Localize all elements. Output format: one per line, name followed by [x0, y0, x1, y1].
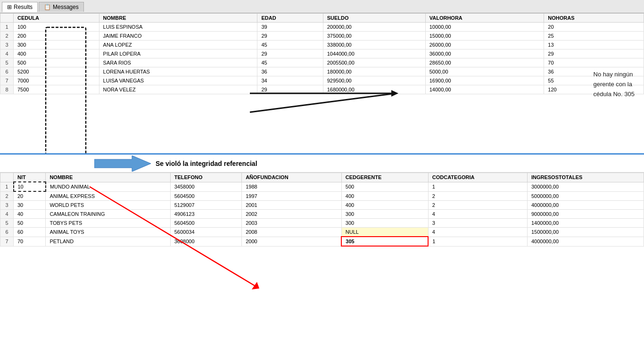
blue-arrow-icon — [94, 156, 151, 172]
row-num: 8 — [0, 85, 14, 94]
table-row: 110MUNDO ANIMAL3458000198850013000000,00 — [0, 182, 644, 191]
cell-cedgerente: 305 — [341, 237, 428, 246]
table-row: 220ANIMAL EXPRESS5604500199740025000000,… — [0, 191, 644, 201]
cell-cedgerente: 300 — [341, 219, 428, 228]
col-rownum-top — [0, 14, 14, 23]
note-text: No hay ningúngerente con lacédula No. 30… — [594, 71, 635, 98]
cell-sueldo: 929500,00 — [323, 76, 425, 85]
table-row: 3300ANA LOPEZ45338000,0026000,0013 — [0, 41, 644, 49]
cell-cedula: 7500 — [14, 85, 99, 94]
cell-telefono: 4906123 — [170, 210, 241, 219]
cell-telefono: 5604500 — [170, 219, 241, 228]
cell-cedgerente: 500 — [341, 182, 428, 191]
cell-codcategoria: 4 — [428, 228, 527, 237]
row-num: 6 — [0, 228, 14, 237]
cell-anofundacion: 2008 — [242, 228, 342, 237]
table-row: 660ANIMAL TOYS56000342008NULL41500000,00 — [0, 228, 644, 237]
col-sueldo: SUELDO — [323, 14, 425, 23]
cell-edad: 29 — [257, 49, 323, 58]
content-area: CEDULA NOMBRE EDAD SUELDO VALORHORA NOHO… — [0, 13, 644, 362]
cell-telefono: 5129007 — [170, 201, 241, 210]
cell-cedgerente: NULL — [341, 228, 428, 237]
row-num: 3 — [0, 41, 14, 49]
cell-nombre: PETLAND — [46, 237, 170, 246]
cell-nombre: JAIME FRANCO — [99, 32, 257, 41]
cell-nohoras: 29 — [544, 49, 644, 58]
cell-valorhora: 36000,00 — [425, 49, 544, 58]
cell-edad: 45 — [257, 41, 323, 49]
cell-codcategoria: 3 — [428, 219, 527, 228]
cell-telefono: 3608000 — [170, 237, 241, 246]
cell-cedgerente: 300 — [341, 210, 428, 219]
cell-nohoras: 20 — [544, 23, 644, 32]
cell-cedula: 400 — [14, 49, 99, 58]
col-nohoras: NOHORAS — [544, 14, 644, 23]
tab-messages-label: Messages — [53, 4, 79, 10]
cell-telefono: 5600034 — [170, 228, 241, 237]
cell-nit: 10 — [14, 182, 46, 191]
table-row: 65200LORENA HUERTAS36180000,005000,0036 — [0, 67, 644, 76]
cell-sueldo: 375000,00 — [323, 32, 425, 41]
col-nit: NIT — [14, 173, 46, 182]
cell-valorhora: 14000,00 — [425, 85, 544, 94]
table-row: 330WORLD PETS5129007200140024000000,00 — [0, 201, 644, 210]
bottom-table-area: NIT NOMBRE TELEFONO AÑOFUNDACION CEDGERE… — [0, 173, 644, 362]
arrow-separator: Se violó la integridad referencial — [0, 155, 644, 173]
cell-cedgerente: 400 — [341, 191, 428, 201]
tab-messages[interactable]: 📋 Messages — [39, 2, 84, 12]
tab-results[interactable]: ⊞ Results — [2, 2, 38, 12]
col-nombre: NOMBRE — [99, 14, 257, 23]
cell-nombre: LUIS ESPINOSA — [99, 23, 257, 32]
col-nombre-bot: NOMBRE — [46, 173, 170, 182]
cell-nohoras: 25 — [544, 32, 644, 41]
svg-marker-6 — [94, 156, 151, 172]
table-row: 87500NORA VELEZ291680000,0014000,00120 — [0, 85, 644, 94]
cell-nit: 60 — [14, 228, 46, 237]
cell-valorhora: 5000,00 — [425, 67, 544, 76]
row-num: 5 — [0, 58, 14, 67]
cell-cedula: 200 — [14, 32, 99, 41]
cell-nit: 30 — [14, 201, 46, 210]
cell-valorhora: 26000,00 — [425, 41, 544, 49]
table-row: 1100LUIS ESPINOSA39200000,0010000,0020 — [0, 23, 644, 32]
cell-edad: 29 — [257, 85, 323, 94]
row-num: 2 — [0, 191, 14, 201]
cell-valorhora: 28650,00 — [425, 58, 544, 67]
row-num: 4 — [0, 210, 14, 219]
cell-sueldo: 1044000,00 — [323, 49, 425, 58]
cell-nit: 40 — [14, 210, 46, 219]
cell-nit: 70 — [14, 237, 46, 246]
row-num: 2 — [0, 32, 14, 41]
cell-nombre: NORA VELEZ — [99, 85, 257, 94]
row-num: 7 — [0, 76, 14, 85]
cell-cedula: 300 — [14, 41, 99, 49]
cell-codcategoria: 4 — [428, 210, 527, 219]
cell-nombre: MUNDO ANIMAL — [46, 182, 170, 191]
cell-cedula: 100 — [14, 23, 99, 32]
cell-nohoras: 13 — [544, 41, 644, 49]
row-num: 1 — [0, 23, 14, 32]
col-anofundacion: AÑOFUNDACION — [242, 173, 342, 182]
table-row: 440CAMALEON TRAINING49061232002300490000… — [0, 210, 644, 219]
cell-codcategoria: 2 — [428, 201, 527, 210]
cell-ingresos: 5000000,00 — [527, 191, 644, 201]
cell-codcategoria: 2 — [428, 191, 527, 201]
cell-anofundacion: 1997 — [242, 191, 342, 201]
col-edad: EDAD — [257, 14, 323, 23]
note-box: No hay ningúngerente con lacédula No. 30… — [594, 70, 635, 99]
cell-sueldo: 180000,00 — [323, 67, 425, 76]
cell-valorhora: 16900,00 — [425, 76, 544, 85]
cell-sueldo: 2005500,00 — [323, 58, 425, 67]
cell-telefono: 3458000 — [170, 182, 241, 191]
cell-edad: 45 — [257, 58, 323, 67]
cell-anofundacion: 2000 — [242, 237, 342, 246]
cell-cedgerente: 400 — [341, 201, 428, 210]
cell-sueldo: 200000,00 — [323, 23, 425, 32]
col-valorhora: VALORHORA — [425, 14, 544, 23]
cell-valorhora: 10000,00 — [425, 23, 544, 32]
cell-sueldo: 1680000,00 — [323, 85, 425, 94]
row-num: 4 — [0, 49, 14, 58]
col-telefono: TELEFONO — [170, 173, 241, 182]
col-ingresos: INGRESOSTOTALES — [527, 173, 644, 182]
cell-nombre: ANA LOPEZ — [99, 41, 257, 49]
